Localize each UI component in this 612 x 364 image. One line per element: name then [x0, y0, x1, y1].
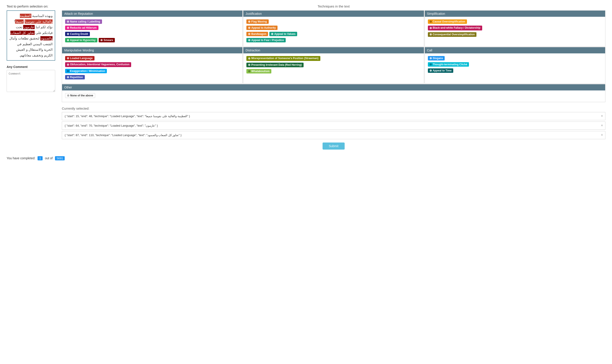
remove-selected-2-button[interactable]: ×: [601, 124, 603, 128]
card-header-manipulative: Manipulative Wording: [62, 47, 242, 53]
tags-call-2: Thought-terminating Cliché: [427, 62, 602, 67]
card-justification: Justification Flag Waving Appeal to Auth…: [243, 10, 424, 47]
tag-smears[interactable]: Smears: [99, 38, 115, 42]
tags-other-1: None of the above: [65, 93, 602, 98]
tag-repetition[interactable]: Repetition: [65, 75, 85, 79]
left-panel-title: Text to perform selection on:: [7, 4, 55, 8]
tags-dist-2: Presenting Irrelevant Data (Red Herring): [246, 62, 421, 68]
out-of-text: out of: [45, 156, 53, 160]
tag-causal-oversimplification[interactable]: Causal Oversimplification: [428, 19, 467, 24]
selected-item-2-text: { "start": 64, "end": 70, "technique": "…: [65, 124, 158, 127]
tags-dist-3: Whataboutism: [246, 69, 421, 74]
card-header-call: Call: [425, 47, 605, 53]
remove-selected-3-button[interactable]: ×: [601, 133, 603, 137]
currently-selected-title: Currently selected:: [62, 106, 605, 110]
left-panel: Text to perform selection on: وبهذه المن…: [7, 4, 55, 93]
tag-obfuscation[interactable]: Obfuscation, Intentional Vagueness, Conf…: [65, 62, 131, 67]
card-header-justification: Justification: [243, 11, 424, 17]
tag-exaggeration[interactable]: Exaggeration / Minimisation: [65, 69, 107, 73]
tags-attack-4: Appeal to Hypocrisy Smears: [65, 38, 240, 43]
card-header-simplification: Simplification: [425, 11, 605, 17]
tag-reductio[interactable]: Reductio ad Hitlerum: [65, 26, 98, 30]
completed-text: You have completed:: [7, 156, 35, 160]
tag-flag-waving[interactable]: Flag Waving: [246, 19, 269, 24]
tag-red-herring[interactable]: Presenting Irrelevant Data (Red Herring): [246, 63, 304, 67]
tag-whataboutism[interactable]: Whataboutism: [246, 69, 271, 73]
tag-appeal-fear[interactable]: Appeal to Fear / Prejudice: [246, 38, 286, 42]
right-panel: Techniques in the text Attack on Reputat…: [62, 4, 605, 150]
comment-textarea[interactable]: [7, 70, 55, 92]
remove-selected-1-button[interactable]: ×: [601, 114, 603, 118]
techniques-grid: Attack on Reputation Name calling / Labe…: [62, 10, 605, 84]
tags-simp-1: Causal Oversimplification: [427, 19, 602, 24]
tags-simp-3: Consequential Oversimplification: [427, 32, 602, 38]
techniques-title: Techniques in the text: [62, 4, 605, 8]
card-distraction: Distraction Misrepresentation of Someone…: [243, 47, 424, 84]
card-header-attack: Attack on Reputation: [62, 11, 242, 17]
tags-attack: Name calling / Labelling: [65, 19, 240, 24]
tag-consequential-oversimplification[interactable]: Consequential Oversimplification: [428, 32, 477, 37]
card-simplification: Simplification Causal Oversimplification…: [424, 10, 605, 47]
tag-appeal-time[interactable]: Appeal to Time: [428, 68, 453, 73]
highlight-1: العظيمة والغالية على نفوسنا: [20, 14, 53, 24]
card-other: Other None of the above: [62, 84, 605, 102]
selected-item-3: { "start": 87, "end": 110, "technique": …: [62, 131, 605, 139]
tags-simp-2: Black-and-white Fallacy / Dictatorship: [427, 25, 602, 31]
selected-item-1: { "start": 15, "end": 48, "technique": "…: [62, 112, 605, 120]
highlight-3: عازمون: [23, 25, 35, 29]
tag-slogans[interactable]: Slogans: [428, 56, 445, 60]
tag-none-above[interactable]: None of the above: [65, 93, 95, 98]
tags-just-4: Appeal to Fear / Prejudice: [246, 38, 421, 43]
tag-thought-terminating[interactable]: Thought-terminating Cliché: [428, 62, 469, 67]
tags-dist-1: Misrepresentation of Someone's Position …: [246, 56, 421, 61]
tags-manip-1: Loaded Language: [65, 56, 240, 61]
highlight-2: جميعا: [15, 19, 24, 24]
tag-misrepresentation[interactable]: Misrepresentation of Someone's Position …: [246, 56, 320, 61]
tags-manip-4: Repetition: [65, 75, 240, 80]
selected-item-2: { "start": 64, "end": 70, "technique": "…: [62, 122, 605, 130]
tags-attack-2: Reductio ad Hitlerum: [65, 25, 240, 30]
submit-button[interactable]: Submit: [323, 143, 345, 150]
tags-call-3: Appeal to Time: [427, 68, 602, 73]
currently-selected-section: Currently selected: { "start": 15, "end"…: [62, 106, 605, 139]
tag-appeal-hypocrisy[interactable]: Appeal to Hypocrisy: [65, 38, 97, 42]
comment-label: Any Comment: [7, 65, 55, 69]
selected-item-1-text: { "start": 15, "end": 48, "technique": "…: [65, 115, 190, 118]
tag-casting-doubt[interactable]: Casting Doubt: [65, 32, 90, 36]
completed-count-badge: 1: [38, 156, 43, 160]
tags-just-1: Flag Waving: [246, 19, 421, 24]
highlight-4: تجاوز كل الصعاب والصمود: [10, 31, 53, 40]
card-attack-on-reputation: Attack on Reputation Name calling / Labe…: [62, 10, 243, 47]
tag-black-white-fallacy[interactable]: Black-and-white Fallacy / Dictatorship: [428, 26, 482, 30]
card-header-distraction: Distraction: [243, 47, 424, 53]
tag-loaded-language[interactable]: Loaded Language: [65, 56, 95, 60]
tags-manip-3: Exaggeration / Minimisation: [65, 68, 240, 74]
comment-section: Any Comment: [7, 65, 55, 93]
footer-row: You have completed: 1 out of 5691: [7, 156, 605, 160]
card-manipulative-wording: Manipulative Wording Loaded Language Obf…: [62, 47, 243, 84]
tags-just-2: Appeal to Authority: [246, 25, 421, 30]
arabic-text-box: وبهذه المناسبة العظيمة والغالية على نفوس…: [7, 10, 55, 61]
card-call: Call Slogans Thought-terminating Cliché …: [424, 47, 605, 84]
tag-appeal-authority[interactable]: Appeal to Authority: [246, 26, 277, 30]
tags-call-1: Slogans: [427, 56, 602, 61]
selected-item-3-text: { "start": 87, "end": 110, "technique": …: [65, 133, 181, 137]
tags-attack-3: Casting Doubt: [65, 31, 240, 37]
tags-manip-2: Obfuscation, Intentional Vagueness, Conf…: [65, 62, 240, 67]
tags-just-3: Bandwagon Appeal to Values: [246, 31, 421, 37]
tag-bandwagon[interactable]: Bandwagon: [246, 32, 268, 36]
card-header-other: Other: [62, 84, 605, 91]
tag-name-calling[interactable]: Name calling / Labelling: [65, 19, 102, 24]
tag-appeal-values[interactable]: Appeal to Values: [269, 32, 297, 36]
total-count-badge: 5691: [55, 156, 65, 160]
